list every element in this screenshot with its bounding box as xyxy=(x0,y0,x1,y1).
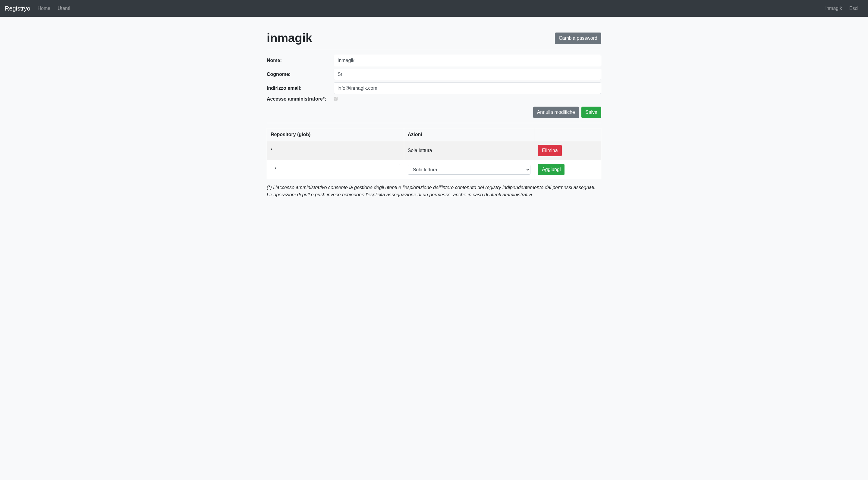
add-button[interactable]: Aggiungi xyxy=(538,164,564,175)
permissions-table: Repository (glob) Azioni * Sola lettura … xyxy=(267,128,601,179)
divider-top xyxy=(267,50,601,50)
checkbox-admin xyxy=(334,97,338,101)
navbar-left: Registryo Home Utenti xyxy=(5,3,75,13)
cell-new-action: Sola lettura xyxy=(404,160,534,179)
form-button-row: Annulla modifiche Salva xyxy=(267,107,601,118)
nav-link-users[interactable]: Utenti xyxy=(55,3,73,13)
form-group-surname: Cognome: xyxy=(267,69,601,80)
label-admin: Accesso amministratore*: xyxy=(267,96,334,102)
input-email[interactable] xyxy=(334,82,601,94)
delete-button[interactable]: Elimina xyxy=(538,145,561,156)
cell-new-button: Aggiungi xyxy=(534,160,601,179)
cell-new-repository xyxy=(267,160,404,179)
navbar-right: inmagik Esci xyxy=(823,3,863,13)
form-group-email: Indirizzo email: xyxy=(267,82,601,94)
cancel-button[interactable]: Annulla modifiche xyxy=(533,107,579,118)
navbar: Registryo Home Utenti inmagik Esci xyxy=(0,0,868,17)
table-header-empty xyxy=(534,128,601,141)
cell-repository: * xyxy=(267,141,404,160)
nav-link-home[interactable]: Home xyxy=(35,3,53,13)
divider-mid xyxy=(267,123,601,123)
footnote: (*) L'accesso amministrativo consente la… xyxy=(267,184,601,199)
cell-button: Elimina xyxy=(534,141,601,160)
form-group-admin: Accesso amministratore*: xyxy=(267,96,601,102)
input-new-repository[interactable] xyxy=(271,164,400,175)
nav-username[interactable]: inmagik xyxy=(823,3,844,13)
table-header-repository: Repository (glob) xyxy=(267,128,404,141)
table-header-actions: Azioni xyxy=(404,128,534,141)
main-container: inmagik Cambia password Nome: Cognome: I… xyxy=(262,17,606,199)
label-surname: Cognome: xyxy=(267,72,334,77)
cell-action: Sola lettura xyxy=(404,141,534,160)
table-new-row: Sola lettura Aggiungi xyxy=(267,160,601,179)
save-button[interactable]: Salva xyxy=(581,107,601,118)
page-title: inmagik xyxy=(267,31,312,45)
form-group-name: Nome: xyxy=(267,55,601,66)
input-name[interactable] xyxy=(334,55,601,66)
navbar-brand[interactable]: Registryo xyxy=(5,5,30,12)
header-row: inmagik Cambia password xyxy=(267,31,601,45)
table-row: * Sola lettura Elimina xyxy=(267,141,601,160)
change-password-button[interactable]: Cambia password xyxy=(555,33,601,44)
select-new-action[interactable]: Sola lettura xyxy=(408,165,531,175)
label-name: Nome: xyxy=(267,58,334,63)
label-email: Indirizzo email: xyxy=(267,85,334,91)
nav-logout[interactable]: Esci xyxy=(847,3,861,13)
input-surname[interactable] xyxy=(334,69,601,80)
